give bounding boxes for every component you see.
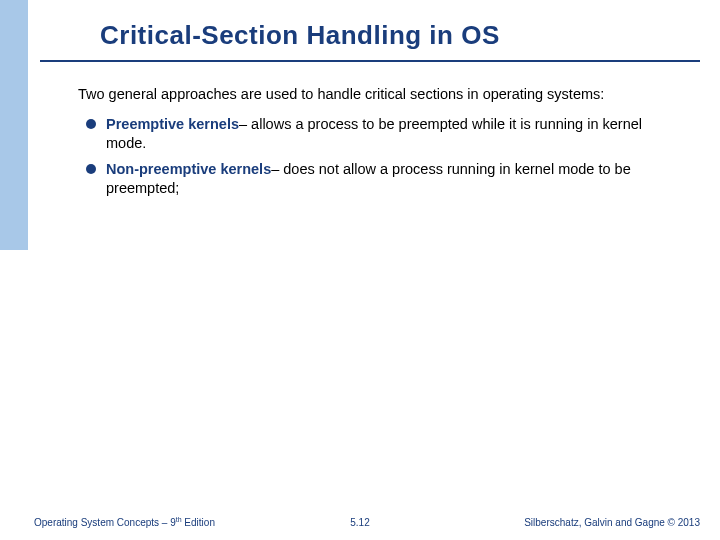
slide-title: Critical-Section Handling in OS xyxy=(100,20,500,51)
bullet-icon xyxy=(86,119,96,129)
list-item: Preemptive kernels– allows a process to … xyxy=(86,115,680,154)
list-item: Non-preemptive kernels– does not allow a… xyxy=(86,160,680,199)
footer-left-pre: Operating System Concepts – 9 xyxy=(34,517,176,528)
intro-text: Two general approaches are used to handl… xyxy=(78,85,680,105)
title-underline xyxy=(40,60,700,62)
bullet-icon xyxy=(86,164,96,174)
bullet-term: Preemptive kernels xyxy=(106,116,239,132)
bullet-text: Preemptive kernels– allows a process to … xyxy=(106,115,680,154)
slide: Critical-Section Handling in OS Two gene… xyxy=(0,0,720,540)
sidebar-accent xyxy=(0,0,28,250)
sidebar-blank xyxy=(0,250,28,540)
bullet-term: Non-preemptive kernels xyxy=(106,161,271,177)
bullet-text: Non-preemptive kernels– does not allow a… xyxy=(106,160,680,199)
footer-right: Silberschatz, Galvin and Gagne © 2013 xyxy=(524,517,700,528)
footer-left-post: Edition xyxy=(182,517,215,528)
slide-body: Two general approaches are used to handl… xyxy=(78,85,680,199)
footer-left: Operating System Concepts – 9th Edition xyxy=(34,516,215,528)
footer: Operating System Concepts – 9th Edition … xyxy=(0,510,720,530)
footer-center: 5.12 xyxy=(350,517,369,528)
